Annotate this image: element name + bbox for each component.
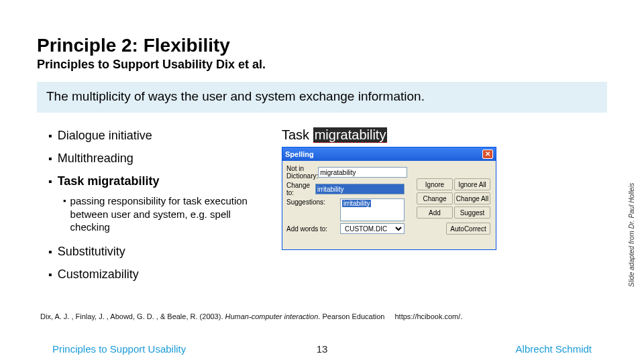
spellcheck-dialog: Spelling ✕ Not in Dictionary: Change to:… bbox=[282, 147, 496, 250]
label-not-in-dictionary: Not in Dictionary: bbox=[286, 165, 318, 180]
autocorrect-button[interactable]: AutoCorrect bbox=[446, 223, 490, 235]
bullet-substitutivity: Substitutivity bbox=[48, 245, 270, 259]
definition-box: The multiplicity of ways the user and sy… bbox=[37, 82, 607, 113]
figure: Task migratability Spelling ✕ Not in Dic… bbox=[282, 127, 496, 250]
bullet-multithreading: Multithreading bbox=[48, 152, 270, 166]
slide-title: Principle 2: Flexibility bbox=[37, 35, 266, 56]
label-add-words-to: Add words to: bbox=[286, 225, 340, 233]
title-block: Principle 2: Flexibility Principles to S… bbox=[37, 35, 266, 72]
figure-title: Task migratability bbox=[282, 127, 496, 143]
citation-link[interactable]: https://hcibook.com/. bbox=[394, 312, 462, 320]
footer: Principles to Support Usability 13 Albre… bbox=[0, 335, 644, 362]
ignore-all-button[interactable]: Ignore All bbox=[454, 178, 490, 190]
suggestion-item[interactable]: irritability bbox=[342, 200, 371, 207]
bullet-dialogue-initiative: Dialogue initiative bbox=[48, 129, 270, 143]
dialog-button-column-a: Ignore Change Add bbox=[417, 178, 453, 219]
slide-subtitle: Principles to Support Usability Dix et a… bbox=[37, 58, 266, 72]
dialog-title: Spelling bbox=[285, 150, 314, 158]
change-all-button[interactable]: Change All bbox=[454, 192, 490, 204]
label-suggestions: Suggestions: bbox=[286, 198, 340, 206]
dialog-body: Not in Dictionary: Change to: Suggestion… bbox=[282, 161, 496, 249]
subbullet-task-migratability: passing responsibility for task executio… bbox=[63, 194, 270, 234]
not-in-dictionary-field[interactable] bbox=[318, 167, 407, 178]
change-button[interactable]: Change bbox=[417, 192, 453, 204]
bullet-customizability: Customizability bbox=[48, 267, 270, 282]
slide: Principle 2: Flexibility Principles to S… bbox=[0, 0, 644, 362]
ignore-button[interactable]: Ignore bbox=[417, 178, 453, 190]
bullet-list: Dialogue initiative Multithreading Task … bbox=[48, 129, 270, 290]
citation: Dix, A. J. , Finlay, J. , Abowd, G. D. ,… bbox=[40, 312, 462, 320]
bullet-task-migratability: Task migratability bbox=[48, 174, 270, 189]
footer-right: Albrecht Schmidt bbox=[516, 343, 592, 355]
add-button[interactable]: Add bbox=[417, 206, 453, 219]
close-icon[interactable]: ✕ bbox=[482, 149, 493, 159]
label-change-to: Change to: bbox=[286, 182, 315, 196]
side-credit: Slide adapted from Dr. Paul Holleis bbox=[628, 161, 637, 308]
suggestions-listbox[interactable]: irritability bbox=[340, 198, 405, 221]
dialog-button-column-b: Ignore All Change All Suggest bbox=[454, 178, 490, 219]
dictionary-select[interactable]: CUSTOM.DIC bbox=[340, 223, 405, 234]
dialog-titlebar[interactable]: Spelling ✕ bbox=[282, 147, 496, 161]
suggest-button[interactable]: Suggest bbox=[454, 206, 490, 219]
change-to-field[interactable] bbox=[315, 184, 405, 194]
